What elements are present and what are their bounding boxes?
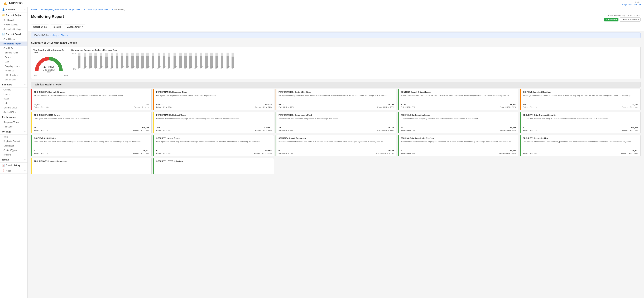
health-card-footer: Failed URLs: 1% Passed URLs: 99% xyxy=(278,129,394,131)
health-card[interactable]: TECHNOLOGY: Encoding Issues Every docume… xyxy=(398,112,518,133)
search-urls-button[interactable]: Search URLs xyxy=(31,25,49,29)
sidebar-item-crawl-report[interactable]: Crawl Report xyxy=(0,37,28,42)
crawl-properties-button[interactable]: Crawl Properties ▾ xyxy=(620,18,640,22)
project-label: Project xyxy=(622,1,641,3)
bar-col: Sep 20 xyxy=(104,53,109,70)
sidebar-item-content-types[interactable]: Content Types xyxy=(0,148,28,153)
bar-col: Feb 14 xyxy=(214,53,219,70)
sidebar-item-current-project[interactable]: 📁 Current Project ▾ xyxy=(0,13,28,18)
health-card-title: CONTENT: Search Snippet Issues xyxy=(401,91,516,93)
health-card-desc: Every document should specify a charset … xyxy=(401,117,516,125)
bar-col: Sep 27 xyxy=(110,53,114,70)
sidebar-item-errors[interactable]: Errors xyxy=(0,55,28,60)
sidebar-item-external-urls[interactable]: External URLs xyxy=(0,105,28,110)
health-card-num1: 9,612 xyxy=(278,103,284,106)
health-card-num2: 84,225 xyxy=(265,103,272,106)
sidebar-item-hreflang[interactable]: Hreflang xyxy=(0,153,28,157)
gauge-container: Test Data from Crawl August 1, 2024 46,5… xyxy=(33,49,68,77)
health-card[interactable]: SECURITY: Unsafe Resources Mixed Content… xyxy=(276,135,396,156)
sidebar-item-edit-settings[interactable]: Edit Settings xyxy=(0,77,28,82)
sidebar-item-project-settings[interactable]: Project Settings xyxy=(0,23,28,27)
sidebar-item-url-rewrites[interactable]: URL Rewrites xyxy=(0,73,28,77)
bar-col: Aug 30 xyxy=(88,53,93,70)
health-card-title: CONTENT: Important Headings xyxy=(523,91,638,93)
sidebar-item-hints[interactable]: Hints xyxy=(0,134,28,139)
sidebar-item-levels[interactable]: Levels xyxy=(0,92,28,96)
structure-chevron: ▾ xyxy=(24,84,26,86)
health-card-title: TECHNOLOGY: Incorrect Canonicals xyxy=(34,160,149,163)
recrawl-button[interactable]: Recrawl xyxy=(50,25,63,29)
svg-marker-0 xyxy=(4,2,7,5)
sidebar-item-scripting-issues[interactable]: Scripting Issues xyxy=(0,64,28,68)
top-header: AUDISTO Project Project tutkit.com ▾ xyxy=(0,0,644,7)
sidebar-section-performance[interactable]: Performance ▾ xyxy=(0,114,28,120)
logo: AUDISTO xyxy=(3,1,22,6)
health-card-passed-pct: Passed URLs: 100% xyxy=(376,152,394,155)
gauge-svg-wrap: 46,503 URLs failed last crawl xyxy=(33,55,64,74)
health-card[interactable]: TECHNOLOGY: Incorrect Canonicals xyxy=(31,158,152,174)
sidebar-item-current-crawl[interactable]: 📄 Current Crawl ▾ xyxy=(0,32,28,37)
sidebar-item-logs[interactable]: Logs xyxy=(0,60,28,64)
health-card-desc: All transferred data should be compresse… xyxy=(278,117,394,125)
sidebar-item-localization[interactable]: Localization xyxy=(0,143,28,148)
sidebar-item-scheduler-settings[interactable]: Scheduler Settings xyxy=(0,27,28,32)
health-card-footer: Failed URLs: 1% Passed URLs: 99% xyxy=(401,129,516,131)
health-card-passed-pct: Passed URLs: 64% xyxy=(255,106,272,108)
health-card[interactable]: TECHNOLOGY: Localization/Hreflang When c… xyxy=(398,135,518,156)
bar-chart-area: 100% 0% Aug 16Aug 23Aug 30Sep 6Sep 13Sep… xyxy=(71,53,638,70)
breadcrumb-email[interactable]: matthias.pete@pro-media.de xyxy=(40,8,67,11)
health-card[interactable]: TECHNOLOGY: HTTP Errors For a good user … xyxy=(31,112,152,133)
sidebar-section-structure[interactable]: Structure ▾ xyxy=(0,82,28,87)
health-card-failed-pct: Failed URLs: 0% xyxy=(401,152,415,155)
levels-label: Levels xyxy=(4,93,10,95)
health-card[interactable]: PERFORMANCE: Content File Sizes For a go… xyxy=(276,89,396,110)
sidebar-section-help[interactable]: ❓ Help ▾ xyxy=(0,168,28,174)
sidebar-item-response-times[interactable]: Response Times xyxy=(0,120,28,124)
health-card[interactable]: SECURITY: Strict Transport Security HTTP… xyxy=(520,112,640,133)
sidebar-section-crawl-history[interactable]: 📊 Crawl History ▾ xyxy=(0,163,28,168)
bar-fail xyxy=(184,53,187,56)
sidebar-item-file-sizes[interactable]: File Sizes xyxy=(0,124,28,129)
sidebar-item-dashboard[interactable]: Dashboard xyxy=(0,18,28,23)
health-card[interactable]: PERFORMANCE: Compression Used All transf… xyxy=(276,112,396,133)
sidebar-item-crawl-info[interactable]: Crawl Info xyxy=(0,46,28,51)
project-selector[interactable]: Project Project tutkit.com ▾ xyxy=(622,1,641,6)
health-card[interactable]: CONTENT: Important Headings Headings add… xyxy=(520,89,640,110)
health-card[interactable]: PERFORMANCE: Response Times For a good u… xyxy=(153,89,274,110)
health-card[interactable]: PERFORMANCE: Redirect Usage Redirects wi… xyxy=(153,112,274,133)
health-card[interactable]: SECURITY: Unsafe Forms User input data s… xyxy=(153,135,274,156)
health-card[interactable]: CONTENT: Alt Attributes Valid HTML requi… xyxy=(31,135,152,156)
sidebar-item-starting-points[interactable]: Starting Points xyxy=(0,51,28,55)
health-card-num2: 129,697 xyxy=(264,126,272,129)
health-card[interactable]: TECHNOLOGY: Bad Link Structure All links… xyxy=(31,89,152,110)
help-link[interactable]: help on Checks. xyxy=(53,34,68,37)
external-urls-label: External URLs xyxy=(4,106,17,109)
sidebar-section-on-page[interactable]: On-page ▾ xyxy=(0,129,28,134)
health-card[interactable]: SECURITY: Secure Cookies Cookie data oft… xyxy=(520,135,640,156)
bar-col: Feb 28 xyxy=(225,53,230,70)
sidebar-item-robots-txt[interactable]: Robots.txt xyxy=(0,68,28,73)
finished-badge: ✓ Finished xyxy=(604,18,618,22)
manage-crawl-button[interactable]: Manage Crawl ▾ xyxy=(64,25,85,29)
sidebar-item-hosts[interactable]: Hosts xyxy=(0,96,28,101)
health-card-failed-pct: Failed URLs: 7% xyxy=(401,106,415,108)
health-card-failed-pct: Failed URLs: 36% xyxy=(156,106,172,108)
health-card-num1: 45,303 xyxy=(34,103,40,106)
sidebar-item-duplicate-content[interactable]: Duplicate Content xyxy=(0,139,28,143)
sidebar-section-ranks[interactable]: Ranks ▾ xyxy=(0,157,28,163)
health-card-stats: 0 45,865 xyxy=(156,150,272,152)
breadcrumb-audisto[interactable]: Audisto xyxy=(31,8,38,11)
sidebar-item-monitoring-report[interactable]: Monitoring Report xyxy=(0,42,28,46)
health-card[interactable]: SECURITY: HTTPS Utilization xyxy=(153,158,274,174)
sidebar-item-clusters[interactable]: Clusters xyxy=(0,87,28,92)
sidebar-item-account[interactable]: 👤 Account ▾ xyxy=(0,7,28,13)
bar-col: Oct 4 xyxy=(115,53,119,70)
breadcrumb-crawl[interactable]: Crawl https://www.tutkit.com/ xyxy=(87,8,113,11)
breadcrumb-project[interactable]: Project tutkit.com xyxy=(69,8,85,11)
robots-txt-label: Robots.txt xyxy=(5,70,14,72)
health-card-num2: 45,221 xyxy=(143,150,149,152)
sidebar-item-links[interactable]: Links xyxy=(0,101,28,105)
sidebar-item-similar-urls[interactable]: Similar URLs xyxy=(0,110,28,114)
health-card[interactable]: CONTENT: Search Snippet Issues Proper ti… xyxy=(398,89,518,110)
project-link[interactable]: Project tutkit.com ▾ xyxy=(622,3,641,6)
